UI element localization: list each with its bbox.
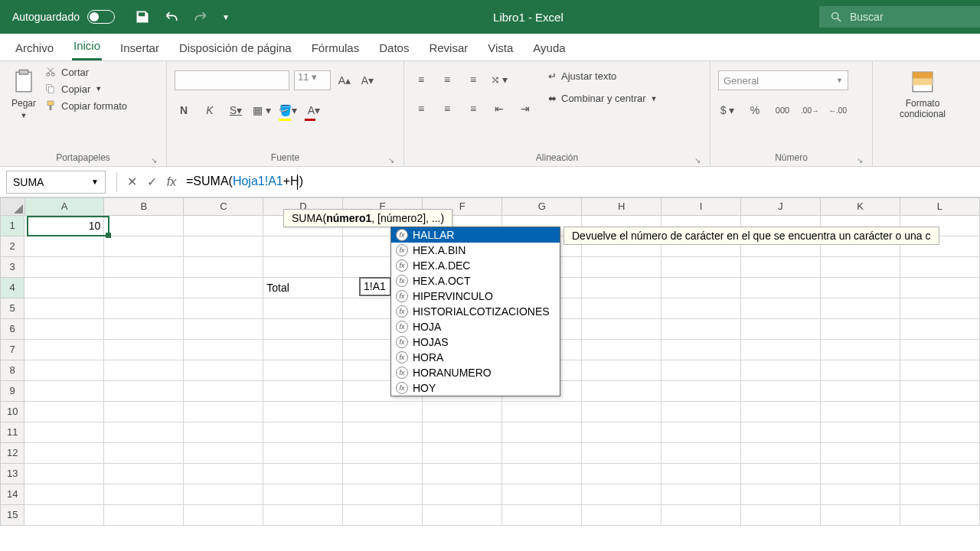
col-header[interactable]: G bbox=[502, 197, 582, 216]
cell[interactable] bbox=[900, 340, 980, 360]
spreadsheet-grid[interactable]: ABCDEFGHIJKL 110234Total5678910111213141… bbox=[0, 197, 980, 526]
cell[interactable] bbox=[24, 484, 104, 505]
autocomplete-item[interactable]: fxHOJAS bbox=[391, 334, 560, 350]
cell[interactable] bbox=[821, 464, 900, 484]
shrink-font-icon[interactable]: A▾ bbox=[358, 71, 377, 90]
cell[interactable] bbox=[741, 422, 821, 443]
cell[interactable] bbox=[24, 236, 104, 257]
cell[interactable] bbox=[263, 340, 343, 360]
cell[interactable] bbox=[263, 360, 343, 381]
cell[interactable] bbox=[104, 443, 184, 464]
paste-button[interactable]: Pegar ▼ bbox=[8, 66, 40, 122]
cell[interactable] bbox=[184, 216, 263, 236]
cell[interactable] bbox=[582, 381, 662, 402]
cell[interactable] bbox=[821, 402, 900, 422]
cell[interactable] bbox=[184, 464, 263, 484]
tab-disposición de página[interactable]: Disposición de página bbox=[178, 35, 293, 60]
formula-enter-button[interactable]: ✓ bbox=[142, 174, 162, 189]
cell[interactable] bbox=[263, 381, 343, 402]
cell[interactable]: Total bbox=[263, 278, 343, 298]
cell[interactable] bbox=[741, 298, 821, 319]
font-color-button[interactable]: A ▾ bbox=[305, 101, 323, 119]
cell[interactable] bbox=[184, 236, 263, 257]
col-header[interactable]: A bbox=[25, 197, 105, 216]
autocomplete-item[interactable]: fxHOY bbox=[391, 380, 560, 396]
cell[interactable] bbox=[900, 381, 980, 402]
autocomplete-item[interactable]: fxHORA bbox=[391, 350, 560, 365]
name-box[interactable]: SUMA ▼ bbox=[6, 171, 106, 194]
autocomplete-item[interactable]: fxHOJA bbox=[391, 319, 560, 334]
row-header[interactable]: 5 bbox=[0, 298, 24, 319]
tab-fórmulas[interactable]: Fórmulas bbox=[310, 35, 361, 60]
cell[interactable] bbox=[343, 422, 423, 443]
cell[interactable] bbox=[662, 340, 741, 360]
align-center-icon[interactable]: ≡ bbox=[438, 99, 456, 118]
cell[interactable] bbox=[263, 319, 343, 340]
cell[interactable] bbox=[24, 422, 104, 443]
row-header[interactable]: 14 bbox=[0, 484, 24, 505]
cell[interactable] bbox=[24, 381, 104, 402]
row-header[interactable]: 15 bbox=[0, 505, 24, 526]
cell[interactable] bbox=[821, 298, 900, 319]
col-header[interactable]: K bbox=[821, 197, 900, 216]
cell[interactable] bbox=[741, 402, 821, 422]
cell[interactable] bbox=[263, 484, 343, 505]
tab-inicio[interactable]: Inicio bbox=[72, 33, 102, 60]
cell[interactable] bbox=[263, 402, 343, 422]
tab-datos[interactable]: Datos bbox=[377, 35, 410, 60]
cell[interactable] bbox=[104, 360, 184, 381]
col-header[interactable]: L bbox=[900, 197, 980, 216]
cell[interactable] bbox=[662, 360, 741, 381]
format-painter-button[interactable]: Copiar formato bbox=[44, 99, 127, 112]
cell[interactable] bbox=[263, 443, 343, 464]
orientation-icon[interactable]: ⤭ ▾ bbox=[490, 70, 508, 89]
cell[interactable] bbox=[184, 381, 263, 402]
col-header[interactable]: C bbox=[184, 197, 263, 216]
cell[interactable] bbox=[104, 319, 184, 340]
toggle-off-icon[interactable] bbox=[87, 10, 115, 24]
cell[interactable] bbox=[662, 381, 741, 402]
col-header[interactable]: J bbox=[741, 197, 821, 216]
row-header[interactable]: 1 bbox=[0, 216, 24, 236]
align-bottom-icon[interactable]: ≡ bbox=[464, 70, 482, 89]
autocomplete-item[interactable]: fxHISTORIALCOTIZACIONES bbox=[391, 304, 560, 319]
save-icon[interactable] bbox=[135, 9, 150, 24]
cell[interactable] bbox=[662, 484, 741, 505]
cell[interactable] bbox=[24, 443, 104, 464]
cell[interactable] bbox=[821, 319, 900, 340]
cell[interactable] bbox=[582, 443, 662, 464]
cell[interactable] bbox=[662, 505, 741, 526]
cell[interactable] bbox=[662, 402, 741, 422]
cell[interactable] bbox=[24, 257, 104, 278]
cell[interactable] bbox=[24, 319, 104, 340]
cell[interactable] bbox=[821, 360, 900, 381]
cell[interactable] bbox=[184, 360, 263, 381]
undo-icon[interactable] bbox=[164, 9, 179, 24]
autocomplete-item[interactable]: fxHALLAR bbox=[391, 227, 560, 243]
cell[interactable] bbox=[104, 236, 184, 257]
italic-button[interactable]: K bbox=[201, 101, 219, 119]
autocomplete-item[interactable]: fxHEX.A.OCT bbox=[391, 273, 560, 289]
cell[interactable] bbox=[24, 340, 104, 360]
cell[interactable] bbox=[582, 340, 662, 360]
cell[interactable] bbox=[184, 278, 263, 298]
col-header[interactable]: I bbox=[662, 197, 741, 216]
cell[interactable] bbox=[741, 464, 821, 484]
cell[interactable] bbox=[821, 278, 900, 298]
cell[interactable] bbox=[423, 464, 502, 484]
cell[interactable] bbox=[900, 402, 980, 422]
qat-dropdown-icon[interactable]: ▼ bbox=[222, 13, 230, 21]
cell[interactable] bbox=[662, 422, 741, 443]
cell[interactable] bbox=[582, 464, 662, 484]
cell[interactable] bbox=[263, 298, 343, 319]
cell[interactable] bbox=[423, 484, 502, 505]
cell[interactable] bbox=[24, 505, 104, 526]
cell[interactable] bbox=[104, 340, 184, 360]
cell[interactable] bbox=[900, 505, 980, 526]
cell[interactable] bbox=[821, 340, 900, 360]
cell[interactable] bbox=[104, 278, 184, 298]
cell[interactable] bbox=[741, 360, 821, 381]
indent-increase-icon[interactable]: ⇥ bbox=[516, 99, 534, 118]
tab-insertar[interactable]: Insertar bbox=[119, 35, 161, 60]
cell[interactable] bbox=[741, 484, 821, 505]
